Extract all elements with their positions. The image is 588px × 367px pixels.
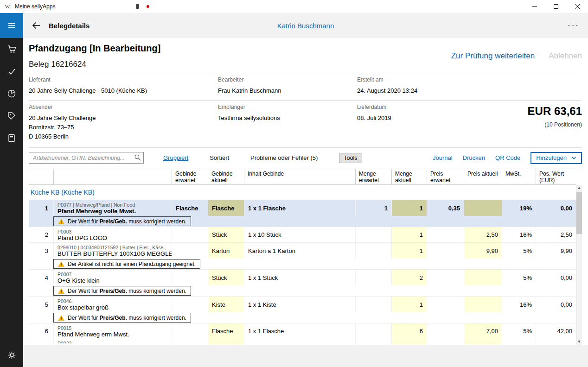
preis-aktuell-cell[interactable] [464,339,502,344]
grouped-toggle[interactable]: Gruppiert [163,154,188,161]
sidebar-item-settings[interactable] [0,344,23,366]
close-button[interactable] [567,0,588,13]
preis-aktuell-cell[interactable] [464,270,502,285]
column-header[interactable]: Menge erwartet [355,169,391,184]
record-indicator-icon [147,5,149,8]
table-row[interactable]: 5P0046Box stapelbar großKiste1 x 1 Kiste… [29,297,576,312]
menge-aktuell-cell[interactable]: 6 [391,323,427,339]
mwst-cell: 19% [502,200,536,216]
reject-link[interactable]: Ablehnen [549,51,582,61]
column-header[interactable] [29,169,53,184]
add-dropdown-button[interactable]: Hinzufügen [530,152,582,164]
column-header[interactable]: Inhalt Gebinde [244,169,355,184]
user-name-link[interactable]: Katrin Buschmann [277,22,334,30]
column-header[interactable]: Menge aktuell [391,169,427,184]
field-bearbeiter: Bearbeiter Frau Katrin Buschmann [218,76,281,95]
maximize-button[interactable] [545,0,567,13]
warning-icon [58,261,64,267]
article-cell: P0003Pfand DPG LOGO [53,227,172,242]
sidebar-item-approvals[interactable] [0,60,23,82]
positions-table: Gebinde erwartetGebinde aktuellInhalt Ge… [29,169,582,345]
sidebar-item-statistics[interactable] [0,82,23,105]
field-label: Absender [29,104,96,110]
column-header[interactable] [53,169,172,184]
column-header[interactable]: MwSt. [502,169,536,184]
titlebar-badge [136,4,149,9]
column-header[interactable]: Preis erwartet [427,169,464,184]
more-options-button[interactable]: ··· [568,23,580,28]
menge-aktuell-cell[interactable]: 1 [391,297,427,312]
preis-aktuell-cell[interactable]: 2,50 [464,227,502,242]
problems-filter[interactable]: Probleme oder Fehler (5) [250,154,318,161]
forward-for-review-link[interactable]: Zur Prüfung weiterleiten [451,51,535,61]
scroll-down-button[interactable] [576,339,582,345]
pos-wert-cell: 9,90 [536,243,576,259]
gebinde-aktuell-cell[interactable]: Stück [208,227,244,242]
print-link[interactable]: Drucken [463,154,485,161]
warning-text: Der Wert für Preis/Geb. muss korrigiert … [68,218,186,225]
back-button[interactable] [29,19,43,32]
gebinde-aktuell-cell[interactable]: Stück [208,270,244,285]
gebinde-aktuell-cell[interactable]: Flasche [208,200,244,216]
sidebar-item-menu[interactable] [0,13,23,38]
preis-aktuell-cell[interactable]: 9,90 [464,243,502,259]
absender-line-1: 20 Jahre Selly Challenge [29,114,96,123]
article-cell: P0077 | Mehrweg/Pfand | Non FoodPfand Me… [53,200,172,216]
column-header[interactable]: Preis aktuell [464,169,502,184]
journal-link[interactable]: Journal [433,154,453,161]
app-icon: W [4,3,11,10]
scroll-up-button[interactable] [576,185,582,191]
row-number [29,339,53,344]
sidebar-item-documents[interactable] [0,127,23,149]
sidebar-item-labels[interactable] [0,105,23,127]
inhalt-gebinde-cell: 1 x 10 Stück [244,227,355,242]
table-row[interactable]: 1P0077 | Mehrweg/Pfand | Non FoodPfand M… [29,200,576,216]
window-title: Meine sellyApps [15,3,55,10]
search-input[interactable] [29,152,144,164]
menge-erwartet-cell: 1 [355,200,391,216]
table-header-row: Gebinde erwartetGebinde aktuellInhalt Ge… [29,169,576,185]
gebinde-aktuell-cell[interactable]: Kiste [208,297,244,312]
column-header[interactable]: Gebinde aktuell [208,169,244,184]
vertical-scrollbar[interactable] [576,185,582,345]
row-number: 3 [29,243,53,259]
tools-button[interactable]: Tools [339,153,362,163]
warning-box: Der Wert für Preis/Geb. muss korrigiert … [53,313,191,323]
preis-aktuell-cell[interactable]: 7,00 [464,323,502,339]
column-header[interactable]: Gebinde erwartet [172,169,208,184]
table-row[interactable]: P0023 [29,339,576,344]
menge-aktuell-cell[interactable]: 2 [391,270,427,285]
scrollbar-thumb[interactable] [576,192,582,234]
menge-aktuell-cell[interactable]: 1 [391,227,427,242]
row-number: 2 [29,227,53,242]
table-row[interactable]: 6P0015Pfand Mehrweg erm Mwst.Flasche1 x … [29,323,576,339]
preis-aktuell-cell[interactable] [464,297,502,312]
table-row[interactable]: 2P0003Pfand DPG LOGOStück1 x 10 Stück12,… [29,227,576,243]
minimize-button[interactable] [524,0,545,13]
table-row[interactable]: 30298010 | 04034900121592 | Butter | Eie… [29,243,576,259]
article-meta: P0003 [58,228,71,235]
menge-aktuell-cell[interactable]: 1 [391,200,427,216]
tag-icon [6,111,17,121]
menge-erwartet-cell [355,339,391,344]
gebinde-aktuell-cell[interactable] [208,339,244,344]
divider [29,73,582,73]
qr-code-link[interactable]: QR Code [495,154,520,161]
svg-text:W: W [5,4,10,9]
column-header[interactable]: Pos.-Wert (EUR) [536,169,576,184]
gebinde-aktuell-cell[interactable]: Karton [208,243,244,259]
menge-aktuell-cell[interactable] [391,339,427,344]
preis-aktuell-cell[interactable] [464,200,502,216]
gebinde-aktuell-cell[interactable]: Flasche [208,323,244,339]
mwst-cell: 16% [502,227,536,242]
row-number: 4 [29,270,53,285]
menge-erwartet-cell [355,323,391,339]
group-header-row[interactable]: Küche KB (Küche KB) [29,185,576,200]
sorted-toggle[interactable]: Sortiert [210,154,229,161]
sidebar-item-purchases[interactable] [0,38,23,60]
menge-aktuell-cell[interactable]: 1 [391,243,427,259]
preis-erwartet-cell [427,339,464,344]
article-meta: P0023 [58,340,71,343]
table-row[interactable]: 4P0007O+G Kiste kleinStück1 x 1 Stück25%… [29,270,576,285]
warning-icon [58,288,64,294]
